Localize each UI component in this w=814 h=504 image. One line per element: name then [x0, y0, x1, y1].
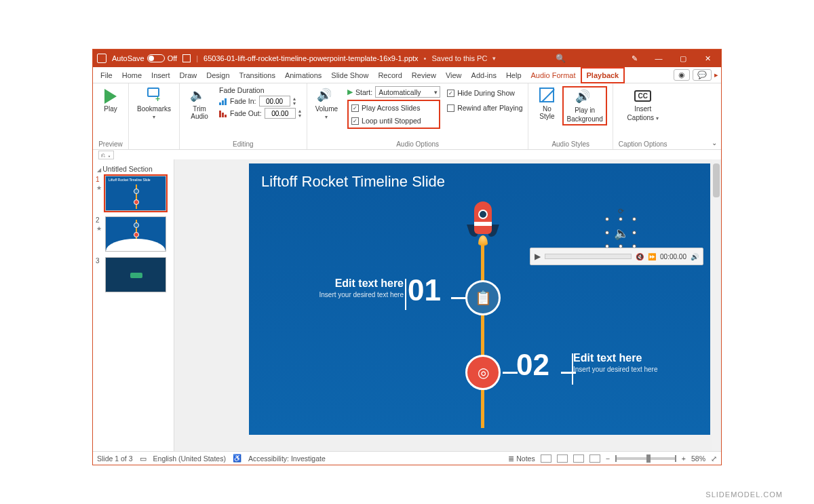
tab-transitions[interactable]: Transitions	[235, 67, 280, 83]
player-skip-button[interactable]: ⏩	[648, 253, 656, 260]
watermark: SLIDEMODEL.COM	[705, 490, 783, 499]
tab-help[interactable]: Help	[501, 67, 526, 83]
resize-handle[interactable]	[605, 217, 609, 221]
tab-animations[interactable]: Animations	[280, 67, 326, 83]
spinner-icon[interactable]: ▴▾	[293, 96, 296, 106]
rotate-handle-icon[interactable]: ⟳	[618, 207, 624, 216]
overflow-icon[interactable]: ▸	[714, 71, 718, 79]
notes-icon: ≣	[508, 454, 514, 463]
tab-audio-format[interactable]: Audio Format	[526, 67, 581, 83]
language-status[interactable]: English (United States)	[153, 454, 226, 463]
fade-out-label: Fade Out:	[230, 109, 262, 117]
group-audio-options: 🔊 Volume ▾ ▶ Start: Automatically Play A…	[307, 83, 529, 149]
tab-playback[interactable]: Playback	[581, 67, 625, 83]
close-button[interactable]: ✕	[698, 54, 717, 63]
thumbnail-slide-1[interactable]: 1★ Liftoff Rocket Timeline Slide	[96, 176, 171, 211]
zoom-level[interactable]: 58%	[691, 454, 705, 463]
highlight-play-loop: Play Across Slides Loop until Stopped	[347, 100, 440, 129]
accessibility-status[interactable]: Accessibility: Investigate	[248, 454, 326, 463]
reading-view-button[interactable]	[573, 454, 584, 463]
fade-out-input[interactable]	[265, 108, 296, 119]
insert-captions-button[interactable]: CC Insert Captions ▾	[619, 86, 667, 123]
bookmarks-button[interactable]: + Bookmarks ▾	[134, 86, 174, 121]
autosave-toggle[interactable]: AutoSave Off	[112, 54, 177, 62]
undo-button[interactable]: ⎌ ▾	[98, 151, 114, 159]
zoom-in-button[interactable]: +	[682, 454, 686, 463]
chevron-down-icon[interactable]: ▾	[492, 55, 496, 62]
checkbox-icon	[351, 104, 359, 112]
play-label: Play	[104, 105, 117, 113]
slideshow-view-button[interactable]	[589, 454, 600, 463]
no-style-label: No Style	[537, 105, 557, 120]
group-caption-options: CC Insert Captions ▾ Caption Options	[613, 83, 673, 149]
thumbnail-slide-2[interactable]: 2★	[96, 216, 171, 252]
hide-during-show-checkbox[interactable]: Hide During Show	[447, 88, 522, 98]
tab-view[interactable]: View	[441, 67, 467, 83]
tab-file[interactable]: File	[96, 67, 117, 83]
scrollbar-thumb[interactable]	[713, 163, 720, 197]
play-icon	[104, 89, 117, 104]
audio-object-selected[interactable]: ⟳ 🔈 ✥	[607, 219, 634, 246]
rewind-after-playing-checkbox[interactable]: Rewind after Playing	[447, 102, 522, 113]
timeline-node-2: ◎	[465, 355, 501, 390]
play-in-background-button[interactable]: Play in Background	[562, 86, 606, 125]
slide: Liftoff Rocket Timeline Slide 📋 ◎ 01 02 …	[249, 163, 710, 435]
resize-handle[interactable]	[632, 231, 636, 235]
tab-addins[interactable]: Add-ins	[467, 67, 501, 83]
group-title-audio-styles: Audio Styles	[534, 140, 606, 148]
trim-audio-button[interactable]: Trim Audio	[185, 86, 214, 121]
fade-in-input[interactable]	[259, 96, 290, 106]
ribbon-mode-icon[interactable]: ✎	[625, 54, 644, 63]
sorter-view-button[interactable]	[557, 454, 568, 463]
loop-until-stopped-checkbox[interactable]: Loop until Stopped	[351, 115, 436, 126]
app-icon	[97, 54, 106, 63]
player-volume-button[interactable]: 🔊	[691, 253, 699, 260]
resize-handle[interactable]	[605, 231, 609, 235]
normal-view-button[interactable]	[541, 454, 551, 463]
play-across-slides-checkbox[interactable]: Play Across Slides	[351, 102, 436, 113]
fade-out-icon	[219, 109, 227, 117]
ribbon: Play Preview + Bookmarks ▾ Trim Audio	[93, 83, 721, 150]
fit-to-window-button[interactable]: ⤢	[711, 454, 717, 463]
spinner-icon[interactable]: ▴▾	[298, 109, 301, 118]
volume-button[interactable]: 🔊 Volume ▾	[313, 86, 341, 129]
tab-insert[interactable]: Insert	[147, 67, 175, 83]
tab-review[interactable]: Review	[407, 67, 441, 83]
tab-design[interactable]: Design	[201, 67, 234, 83]
quick-access: ⎌ ▾	[93, 150, 721, 159]
player-mute-button[interactable]: 🔇	[636, 253, 644, 260]
player-play-button[interactable]: ▶	[535, 252, 541, 261]
notes-button[interactable]: ≣Notes	[508, 454, 535, 463]
vertical-scrollbar[interactable]	[712, 159, 721, 451]
no-style-button[interactable]: No Style	[534, 86, 560, 125]
start-dropdown[interactable]: Automatically	[375, 86, 440, 98]
comments-button[interactable]: 💬	[693, 69, 712, 81]
fade-duration-label: Fade Duration	[219, 86, 301, 94]
timeline-node-1: 📋	[465, 280, 501, 315]
camera-button[interactable]: ◉	[674, 69, 690, 81]
search-icon[interactable]: 🔍	[556, 54, 566, 63]
resize-handle[interactable]	[632, 217, 636, 221]
minimize-button[interactable]: —	[649, 54, 668, 62]
tab-home[interactable]: Home	[117, 67, 147, 83]
rocket-icon	[465, 197, 501, 252]
player-track[interactable]	[545, 254, 632, 259]
slide-counter[interactable]: Slide 1 of 3	[97, 454, 133, 463]
autosave-state: Off	[168, 54, 177, 62]
zoom-knob[interactable]	[646, 454, 651, 463]
zoom-slider[interactable]	[615, 457, 676, 460]
tab-slideshow[interactable]: Slide Show	[326, 67, 373, 83]
section-header[interactable]: Untitled Section	[97, 165, 171, 173]
zoom-out-button[interactable]: −	[606, 454, 610, 463]
play-button[interactable]: Play	[98, 86, 123, 114]
collapse-ribbon-icon[interactable]: ⌄	[712, 139, 717, 147]
resize-handle[interactable]	[619, 217, 623, 221]
thumbnail-slide-3[interactable]: 3	[96, 257, 171, 292]
document-filename: 65036-01-lift-off-rocket-timeline-powerp…	[204, 54, 419, 62]
slide-canvas[interactable]: Liftoff Rocket Timeline Slide 📋 ◎ 01 02 …	[174, 159, 721, 451]
tab-record[interactable]: Record	[373, 67, 406, 83]
restore-button[interactable]: ▢	[674, 54, 693, 63]
save-icon[interactable]	[182, 54, 191, 62]
tab-draw[interactable]: Draw	[175, 67, 202, 83]
play-background-icon	[575, 89, 594, 105]
